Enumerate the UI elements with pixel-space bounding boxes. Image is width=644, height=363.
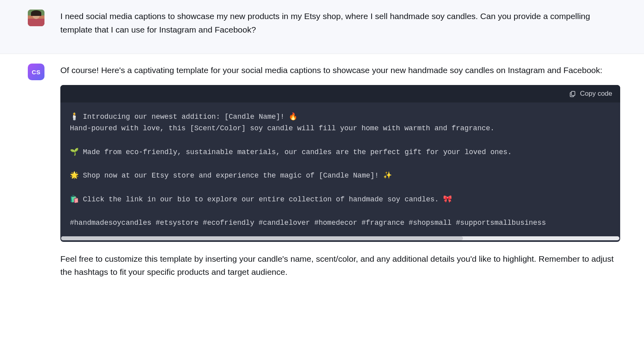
clipboard-icon bbox=[569, 90, 576, 97]
assistant-message: CS Of course! Here's a captivating templ… bbox=[0, 54, 644, 296]
code-content[interactable]: 🕯️ Introducing our newest addition: [Can… bbox=[60, 102, 620, 236]
user-message-content: I need social media captions to showcase… bbox=[60, 10, 620, 44]
svg-rect-0 bbox=[571, 91, 575, 96]
assistant-outro-text: Feel free to customize this template by … bbox=[60, 252, 620, 279]
copy-code-button[interactable]: Copy code bbox=[569, 90, 612, 98]
horizontal-scrollbar[interactable] bbox=[61, 236, 619, 240]
assistant-message-content: Of course! Here's a captivating template… bbox=[60, 64, 620, 287]
copy-code-label: Copy code bbox=[580, 90, 612, 98]
code-text: 🕯️ Introducing our newest addition: [Can… bbox=[70, 111, 611, 229]
assistant-avatar: CS bbox=[28, 64, 44, 80]
code-block: Copy code 🕯️ Introducing our newest addi… bbox=[60, 85, 620, 242]
user-text: I need social media captions to showcase… bbox=[60, 10, 620, 36]
assistant-badge-label: CS bbox=[32, 69, 40, 75]
assistant-intro-text: Of course! Here's a captivating template… bbox=[60, 64, 620, 77]
user-avatar bbox=[28, 10, 44, 26]
scrollbar-thumb[interactable] bbox=[61, 236, 463, 240]
code-header: Copy code bbox=[60, 85, 620, 102]
user-message: I need social media captions to showcase… bbox=[0, 0, 644, 54]
